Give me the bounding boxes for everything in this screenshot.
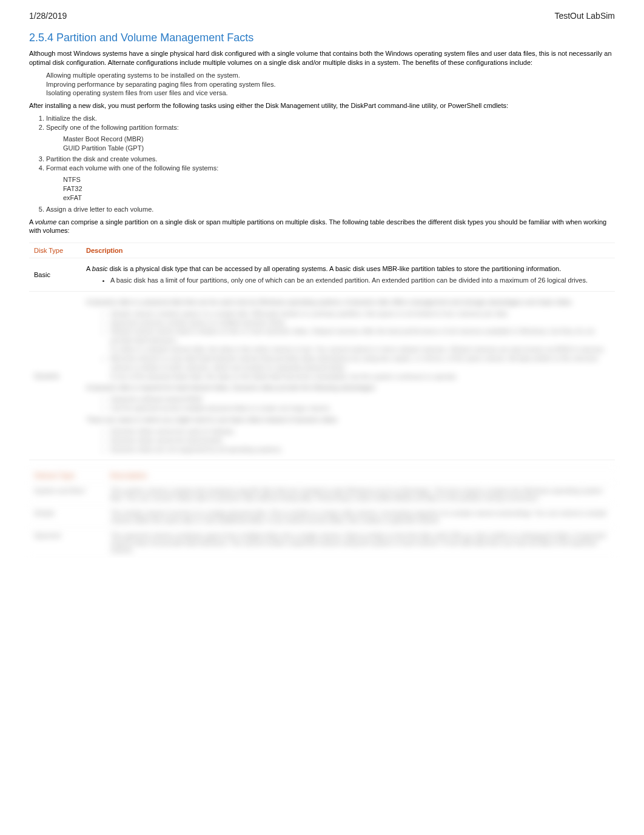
list-item: If a disk in a striped volume fails, the… bbox=[110, 345, 610, 354]
list-item: Specify one of the following partition f… bbox=[46, 123, 615, 153]
sub-list: NTFS FAT32 exFAT bbox=[63, 175, 615, 203]
cell-vol-type: Spanned bbox=[29, 528, 106, 558]
list-item: Mirrored volume is a two-disk fault-tole… bbox=[110, 354, 610, 372]
list-item: Initialize the disk. bbox=[46, 114, 615, 123]
table-row: Basic A basic disk is a physical disk ty… bbox=[29, 258, 615, 292]
table-header-row: Volume Type Description bbox=[29, 468, 615, 483]
col-header-volume-type: Volume Type bbox=[29, 468, 106, 483]
list-item: Supports software-based RAID bbox=[110, 395, 610, 404]
table-row: System and Boot The system volume contai… bbox=[29, 483, 615, 506]
benefits-list: Allowing multiple operating systems to b… bbox=[46, 71, 615, 98]
cell-description: The spanned volume combines space from m… bbox=[106, 528, 615, 558]
volume-note: A volume can comprise a single partition… bbox=[29, 218, 615, 236]
intro-paragraph: Although most Windows systems have a sin… bbox=[29, 49, 615, 67]
table-row: Spanned The spanned volume combines spac… bbox=[29, 528, 615, 558]
cell-description: A basic disk is a physical disk type tha… bbox=[81, 258, 615, 292]
list-item: A basic disk has a limit of four partiti… bbox=[110, 276, 610, 285]
emphasis: basic bbox=[92, 265, 108, 272]
list-item: Dynamic disks cannot be used on laptops. bbox=[110, 427, 610, 436]
desc-list: Supports software-based RAID Can be span… bbox=[110, 395, 610, 413]
list-item: FAT32 bbox=[63, 184, 615, 193]
list-item: Assign a drive letter to each volume. bbox=[46, 205, 615, 214]
list-item: Simple volume contains space on a single… bbox=[110, 309, 610, 318]
header-date: 1/28/2019 bbox=[29, 11, 67, 21]
col-header-description: Description bbox=[81, 243, 615, 258]
page-header: 1/28/2019 TestOut LabSim bbox=[0, 0, 644, 25]
list-item: NTFS bbox=[63, 175, 615, 184]
list-item: Dynamic disks cannot be dual-booted. bbox=[110, 436, 610, 445]
cell-description: A dynamic disk is a physical disk that c… bbox=[81, 291, 615, 460]
step-text: Specify one of the following partition f… bbox=[46, 124, 179, 131]
list-item: exFAT bbox=[63, 193, 615, 203]
col-header-description: Description bbox=[106, 468, 615, 483]
list-item: Format each volume with one of the follo… bbox=[46, 164, 615, 202]
table-row: Dynamic A dynamic disk is a physical dis… bbox=[29, 291, 615, 460]
text: A bbox=[86, 265, 92, 272]
cell-vol-type: Simple bbox=[29, 506, 106, 528]
col-header-disk-type: Disk Type bbox=[29, 243, 81, 258]
list-item: Improving performance by separating pagi… bbox=[46, 80, 615, 89]
steps-list: Initialize the disk. Specify one of the … bbox=[46, 114, 615, 213]
list-item: If one of the physical disks fails, the … bbox=[110, 372, 610, 381]
cell-description: The simple volume must be on a single ph… bbox=[106, 506, 615, 528]
list-item: Spanned volumes contain space on multipl… bbox=[110, 318, 610, 327]
desc-list: Simple volume contains space on a single… bbox=[110, 309, 610, 381]
page-title: 2.5.4 Partition and Volume Management Fa… bbox=[29, 32, 615, 44]
table-header-row: Disk Type Description bbox=[29, 243, 615, 258]
list-item: Isolating operating system files from us… bbox=[46, 89, 615, 98]
emphasis: volume bbox=[35, 218, 56, 226]
sub-list: Master Boot Record (MBR) GUID Partition … bbox=[63, 135, 615, 153]
desc-text: A dynamic disk is required for fault tol… bbox=[86, 383, 610, 392]
document-body: 2.5.4 Partition and Volume Management Fa… bbox=[0, 32, 644, 558]
list-item: Master Boot Record (MBR) bbox=[63, 135, 615, 144]
list-item: Dynamic disks are not supported by all o… bbox=[110, 445, 610, 454]
text: can comprise a single partition on a sin… bbox=[29, 218, 606, 235]
cell-disk-type: Dynamic bbox=[29, 291, 81, 460]
text: disk is a physical disk type that can be… bbox=[107, 265, 561, 272]
list-item: Allowing multiple operating systems to b… bbox=[46, 71, 615, 80]
step-text: Format each volume with one of the follo… bbox=[46, 164, 218, 172]
list-item: Can be spanned across multiple physical … bbox=[110, 404, 610, 413]
desc-text: A dynamic disk is a physical disk that c… bbox=[86, 298, 610, 307]
cell-description: The system volume contains the hardware-… bbox=[106, 483, 615, 506]
disk-type-table: Disk Type Description Basic A basic disk… bbox=[29, 243, 615, 460]
desc-text: A basic disk is a physical disk type tha… bbox=[86, 264, 610, 273]
volume-type-table: Volume Type Description System and Boot … bbox=[29, 468, 615, 558]
list-item: Partition the disk and create volumes. bbox=[46, 155, 615, 164]
desc-list: Dynamic disks cannot be used on laptops.… bbox=[110, 427, 610, 454]
list-item: Striped volume stores data in stripes on… bbox=[110, 327, 610, 345]
table-row: Simple The simple volume must be on a si… bbox=[29, 506, 615, 528]
desc-text: There are cases in which you might need … bbox=[86, 415, 610, 424]
text: A bbox=[29, 218, 35, 226]
cell-vol-type: System and Boot bbox=[29, 483, 106, 506]
cell-disk-type: Basic bbox=[29, 258, 81, 292]
header-app: TestOut LabSim bbox=[554, 11, 615, 21]
after-install-paragraph: After installing a new disk, you must pe… bbox=[29, 101, 615, 110]
desc-list: A basic disk has a limit of four partiti… bbox=[110, 276, 610, 285]
list-item: GUID Partition Table (GPT) bbox=[63, 144, 615, 153]
